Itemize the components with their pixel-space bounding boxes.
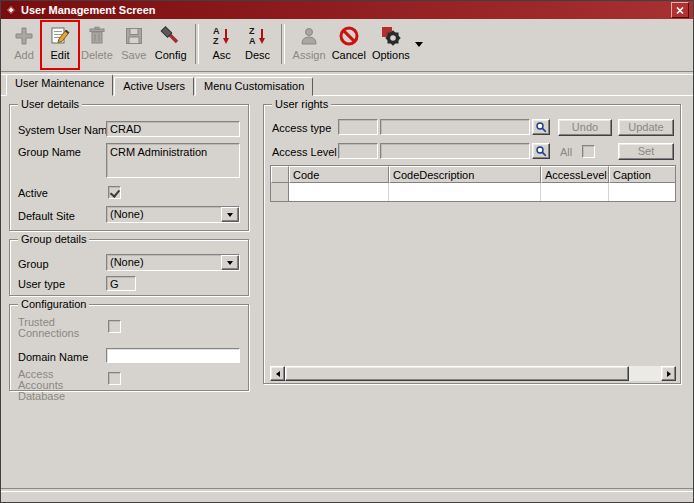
access-type-lookup-button[interactable] [532,119,550,135]
add-icon [12,24,36,48]
magnifier-icon [535,121,547,133]
tab-menu-customisation[interactable]: Menu Customisation [195,77,313,96]
access-level-code-field [338,143,378,159]
user-rights-group: User rights Access type Undo Update Acce… [263,104,681,384]
cancel-icon [337,24,361,48]
delete-label: Delete [81,49,113,61]
toolbar-separator [281,24,285,64]
scroll-right-button[interactable] [661,366,676,381]
set-button: Set [618,143,674,160]
magnifier-icon [535,145,547,157]
system-user-name-label: System User Name [18,124,113,136]
tab-strip: User Maintenance Active Users Menu Custo… [6,78,314,96]
grid-cell [289,183,389,201]
toolbar-separator [195,24,199,64]
access-accounts-database-label: Access Accounts Database [18,369,100,402]
tab-user-maintenance[interactable]: User Maintenance [6,74,113,96]
domain-name-field[interactable] [106,348,240,363]
user-type-field[interactable]: G [106,276,136,291]
title-bar[interactable]: User Management Screen [1,1,693,19]
config-label: Config [155,49,187,61]
grid-header-caption[interactable]: Caption [609,166,675,183]
window-title: User Management Screen [21,4,156,16]
access-type-label: Access type [272,122,331,134]
all-checkbox[interactable] [582,145,595,158]
assign-label: Assign [293,49,326,61]
assign-icon [297,24,321,48]
grid-header-accesslevel[interactable]: AccessLevel [541,166,609,183]
user-details-group: User details System User Name CRAD Group… [9,104,249,231]
grid-header-code[interactable]: Code [289,166,389,183]
options-label: Options [372,49,410,61]
tab-active-users[interactable]: Active Users [114,77,194,96]
user-management-window: User Management Screen Add [0,0,694,503]
group-dropdown-button[interactable] [221,255,239,270]
edit-label: Edit [51,49,70,61]
arrow-left-icon [276,371,280,377]
all-label: All [560,146,572,158]
svg-text:A: A [249,36,256,46]
user-rights-legend: User rights [272,98,331,110]
grid-header-row: Code CodeDescription AccessLevel Caption [271,166,675,183]
delete-icon [85,24,109,48]
config-button[interactable]: Config [152,22,190,68]
active-label: Active [18,187,48,199]
group-label: Group [18,258,49,270]
update-button: Update [618,119,674,136]
scroll-left-button[interactable] [270,366,285,381]
cancel-button[interactable]: Cancel [329,22,369,68]
system-user-name-field[interactable]: CRAD [106,121,240,137]
grid-cell [541,183,609,201]
undo-button: Undo [558,119,612,136]
save-icon [122,24,146,48]
svg-text:Z: Z [249,26,255,36]
active-checkbox[interactable] [108,186,121,199]
toolbar: Add Edit [1,20,693,70]
save-button: Save [116,22,152,68]
chevron-down-icon [227,213,233,217]
edit-icon [48,24,72,48]
sort-desc-icon: Z A [246,24,270,48]
save-label: Save [121,49,146,61]
options-button[interactable]: Options [369,22,413,68]
domain-name-label: Domain Name [18,351,88,363]
grid-cell [389,183,541,201]
group-value: (None) [107,255,221,270]
options-dropdown-caret[interactable] [415,42,423,47]
close-button[interactable] [671,2,689,18]
scroll-thumb[interactable] [285,366,629,381]
options-icon [379,24,403,48]
desc-button[interactable]: Z A Desc [240,22,276,68]
asc-button[interactable]: A Z Asc [204,22,240,68]
grid-header-rowselector[interactable] [271,166,289,183]
edit-button[interactable]: Edit [42,22,78,68]
cancel-label: Cancel [332,49,366,61]
user-type-label: User type [18,278,65,290]
configuration-group: Configuration Trusted Connections Domain… [9,304,249,391]
sort-asc-icon: A Z [210,24,234,48]
access-type-code-field [338,119,378,135]
access-level-lookup-button[interactable] [532,143,550,159]
default-site-combo[interactable]: (None) [106,206,240,223]
default-site-label: Default Site [18,210,75,222]
group-name-field[interactable]: CRM Administration [106,143,240,178]
arrow-right-icon [667,371,671,377]
access-accounts-database-checkbox[interactable] [108,372,121,385]
bottom-divider [1,488,693,492]
add-button: Add [6,22,42,68]
assign-button: Assign [290,22,329,68]
trusted-connections-label: Trusted Connections [18,317,96,339]
scroll-track[interactable] [629,366,661,381]
configuration-legend: Configuration [18,298,89,310]
grid-horizontal-scrollbar[interactable] [270,366,676,381]
grid-header-codedescription[interactable]: CodeDescription [389,166,541,183]
grid-cell [609,183,675,201]
add-label: Add [14,49,34,61]
asc-label: Asc [212,49,230,61]
close-icon [676,7,684,14]
svg-text:Z: Z [213,36,219,46]
default-site-dropdown-button[interactable] [221,207,239,222]
trusted-connections-checkbox[interactable] [108,320,121,333]
group-details-group: Group details Group (None) User type G [9,239,249,296]
group-combo[interactable]: (None) [106,254,240,271]
